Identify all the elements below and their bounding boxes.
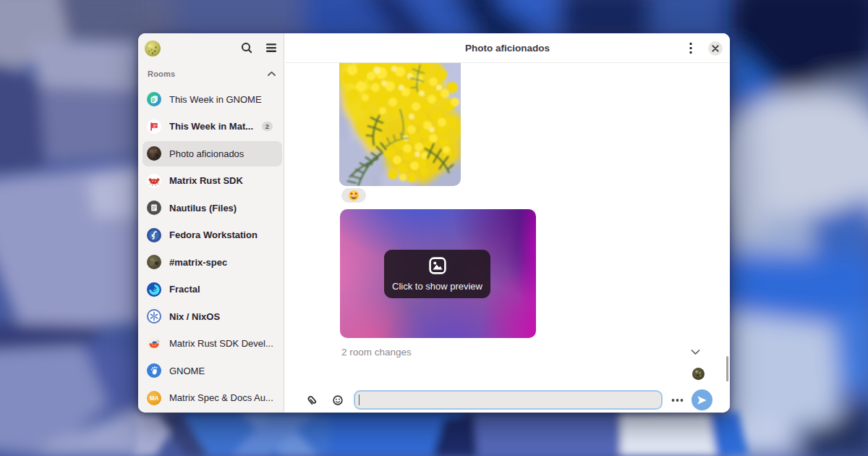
svg-text:MA: MA — [150, 395, 159, 402]
